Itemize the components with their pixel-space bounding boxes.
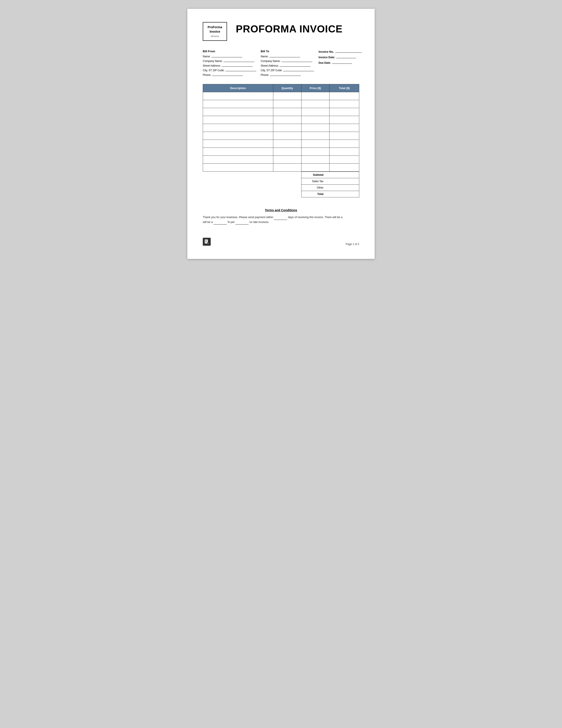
invoice-date-field[interactable] (336, 55, 356, 58)
bill-to-company-label: Company Name: (261, 60, 281, 63)
table-cell-desc-col[interactable] (203, 108, 273, 116)
bill-from-city-row: City, ST ZIP Code: (203, 68, 256, 72)
table-cell-qty-col[interactable] (273, 140, 301, 148)
bill-to-name-field[interactable] (269, 54, 300, 57)
page-title: PROFORMA INVOICE (236, 24, 343, 34)
terms-text: Thank you for your business. Please send… (203, 215, 359, 225)
table-header-row: Description Quantity Price ($) Total ($) (203, 84, 359, 92)
table-cell-desc-col[interactable] (203, 124, 273, 132)
invoice-info-block: Invoice No. Invoice Date: Due Date: (318, 50, 367, 77)
eforms-svg: e (204, 239, 209, 244)
table-cell-desc-col[interactable] (203, 92, 273, 100)
col-header-description: Description (203, 84, 273, 92)
table-cell-price-col[interactable] (301, 140, 329, 148)
bill-from-city-field[interactable] (226, 68, 256, 71)
sales-tax-value[interactable] (326, 178, 359, 185)
table-cell-desc-col[interactable] (203, 148, 273, 156)
bill-from-phone-row: Phone: (203, 73, 256, 77)
logo-title: ProForma Invoice (207, 25, 223, 34)
col-header-total: Total ($) (329, 84, 359, 92)
table-cell-total-col[interactable] (329, 132, 359, 140)
table-cell-qty-col[interactable] (273, 108, 301, 116)
other-row: Other (301, 185, 359, 191)
bill-to-company-row: Company Name: (261, 59, 314, 63)
table-cell-total-col[interactable] (329, 92, 359, 100)
bill-from-street-field[interactable] (222, 64, 253, 67)
bill-to-company-field[interactable] (281, 59, 312, 62)
invoice-due-field[interactable] (332, 61, 352, 64)
other-label: Other (301, 185, 326, 191)
bill-from-company-row: Company Name: (203, 59, 256, 63)
table-cell-qty-col[interactable] (273, 132, 301, 140)
bill-from-city-label: City, ST ZIP Code: (203, 69, 225, 72)
table-cell-qty-col[interactable] (273, 116, 301, 124)
table-cell-price-col[interactable] (301, 164, 329, 172)
table-cell-qty-col[interactable] (273, 92, 301, 100)
terms-percent-field[interactable] (214, 221, 227, 225)
bill-from-name-field[interactable] (211, 54, 242, 57)
invoice-number-field[interactable] (335, 50, 362, 53)
terms-section: Terms and Conditions Thank you for your … (203, 208, 359, 225)
table-row (203, 116, 359, 124)
table-row (203, 140, 359, 148)
table-cell-total-col[interactable] (329, 156, 359, 164)
table-cell-total-col[interactable] (329, 124, 359, 132)
table-cell-desc-col[interactable] (203, 140, 273, 148)
bill-to-street-field[interactable] (280, 64, 310, 67)
table-cell-desc-col[interactable] (203, 156, 273, 164)
table-cell-price-col[interactable] (301, 156, 329, 164)
bill-from-name-row: Name: (203, 54, 256, 58)
table-cell-total-col[interactable] (329, 148, 359, 156)
svg-rect-3 (205, 242, 206, 243)
table-cell-price-col[interactable] (301, 148, 329, 156)
totals-table: Subtotal Sales Tax Other Total (301, 172, 359, 197)
terms-period-field[interactable] (236, 221, 249, 225)
subtotal-value[interactable] (326, 172, 359, 178)
total-row: Total (301, 191, 359, 197)
invoice-date-label: Invoice Date: (318, 56, 335, 59)
other-value[interactable] (326, 185, 359, 191)
table-cell-price-col[interactable] (301, 124, 329, 132)
table-cell-desc-col[interactable] (203, 164, 273, 172)
subtotal-label: Subtotal (301, 172, 326, 178)
table-row (203, 148, 359, 156)
table-cell-total-col[interactable] (329, 140, 359, 148)
table-cell-qty-col[interactable] (273, 124, 301, 132)
table-cell-total-col[interactable] (329, 100, 359, 108)
terms-days-field[interactable] (274, 217, 287, 220)
bill-to-phone-row: Phone: (261, 73, 314, 77)
table-cell-total-col[interactable] (329, 108, 359, 116)
totals-section: Subtotal Sales Tax Other Total (203, 172, 359, 197)
bill-to-city-field[interactable] (283, 68, 314, 71)
table-cell-total-col[interactable] (329, 164, 359, 172)
bill-to-phone-field[interactable] (270, 73, 301, 76)
table-cell-price-col[interactable] (301, 132, 329, 140)
table-cell-desc-col[interactable] (203, 100, 273, 108)
table-row (203, 164, 359, 172)
table-row (203, 132, 359, 140)
invoice-number-row: Invoice No. (318, 50, 367, 53)
total-label: Total (301, 191, 326, 197)
total-value[interactable] (326, 191, 359, 197)
table-cell-qty-col[interactable] (273, 148, 301, 156)
table-cell-desc-col[interactable] (203, 132, 273, 140)
table-cell-desc-col[interactable] (203, 116, 273, 124)
table-cell-qty-col[interactable] (273, 100, 301, 108)
bill-from-phone-label: Phone: (203, 73, 211, 77)
bill-from-company-field[interactable] (224, 59, 254, 62)
svg-rect-1 (205, 240, 207, 241)
table-cell-qty-col[interactable] (273, 156, 301, 164)
bill-from-phone-field[interactable] (212, 73, 243, 76)
svg-text:e: e (208, 242, 209, 244)
table-cell-price-col[interactable] (301, 108, 329, 116)
table-cell-price-col[interactable] (301, 116, 329, 124)
invoice-date-row: Invoice Date: (318, 55, 367, 59)
col-header-quantity: Quantity (273, 84, 301, 92)
bill-to-city-row: City, ST ZIP Code: (261, 68, 314, 72)
sales-tax-label: Sales Tax (301, 178, 326, 185)
table-cell-price-col[interactable] (301, 92, 329, 100)
table-cell-qty-col[interactable] (273, 164, 301, 172)
table-cell-total-col[interactable] (329, 116, 359, 124)
table-cell-price-col[interactable] (301, 100, 329, 108)
bill-from-name-label: Name: (203, 55, 211, 58)
